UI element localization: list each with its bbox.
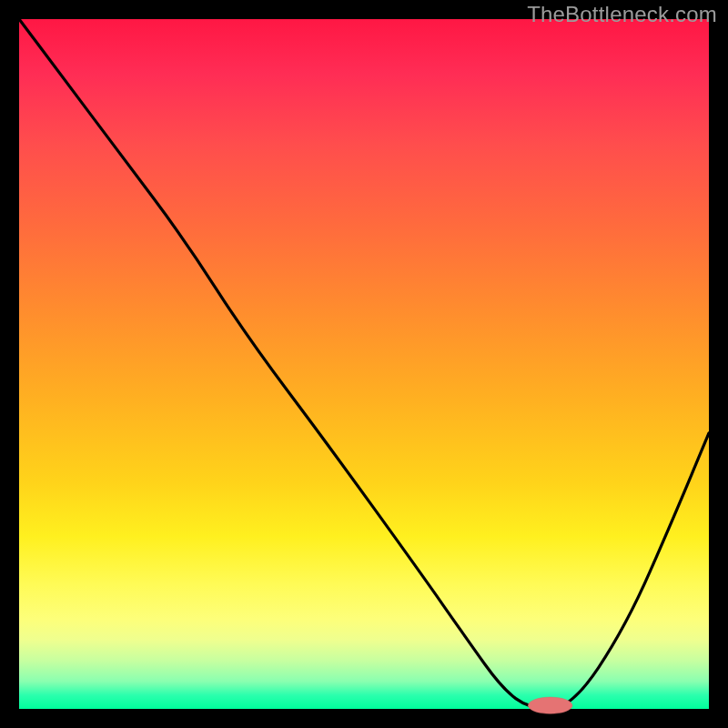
bottleneck-curve-line [19, 19, 709, 709]
bottleneck-curve-svg [19, 19, 709, 709]
optimal-point-marker [528, 697, 572, 713]
chart-frame: TheBottleneck.com [0, 0, 728, 728]
watermark-text: TheBottleneck.com [527, 2, 717, 27]
